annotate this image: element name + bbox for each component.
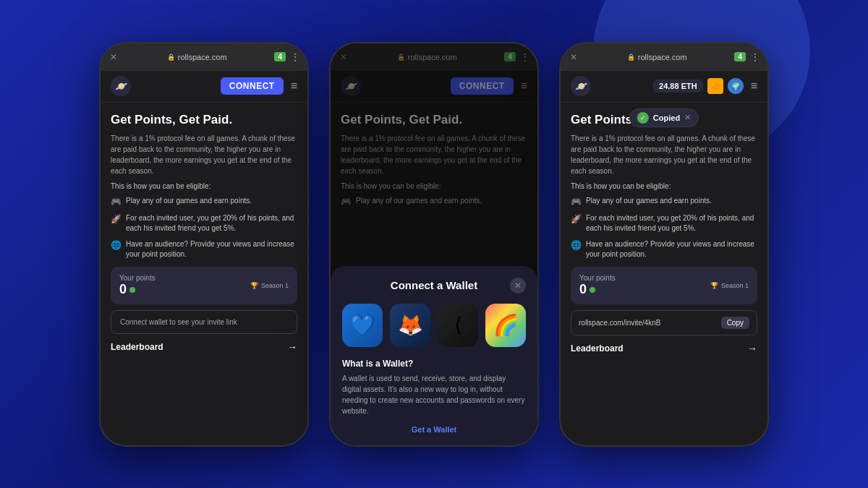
points-label-1: Your points — [119, 274, 156, 282]
season-label-3: Season 1 — [721, 282, 749, 289]
feature-text-3-1: Play any of our games and earn points. — [586, 196, 712, 206]
points-card-1: Your points 0 🏆 Season 1 — [111, 267, 297, 304]
browser-bar-1: ✕ 🔒 rollspace.com 4 ⋮ — [101, 43, 307, 71]
modal-close-button[interactable]: ✕ — [510, 278, 526, 294]
phones-scene: ✕ 🔒 rollspace.com 4 ⋮ 🪐 CONNECT ≡ Get Po… — [0, 0, 868, 488]
phone-disconnected: ✕ 🔒 rollspace.com 4 ⋮ 🪐 CONNECT ≡ Get Po… — [99, 42, 309, 447]
feature-text-3-2: For each invited user, you get 20% of hi… — [586, 213, 757, 234]
wallet-metamask[interactable]: 🦊 — [390, 304, 430, 347]
leaderboard-label-1: Leaderboard — [111, 342, 163, 352]
feature-text-1-1: Play any of our games and earn points. — [126, 196, 252, 206]
logo-1: 🪐 — [111, 76, 131, 96]
leaderboard-row-1: Leaderboard → — [111, 341, 297, 353]
invite-url: rollspace.com/invite/4knB — [579, 319, 660, 327]
season-badge-1: 🏆 Season 1 — [250, 282, 289, 289]
leaderboard-label-3: Leaderboard — [571, 343, 624, 354]
copied-toast: ✓ Copied ✕ — [629, 108, 699, 127]
feature-3-2: 🚀 For each invited user, you get 20% of … — [571, 213, 757, 234]
points-value-3: 0 — [579, 282, 616, 297]
coinbase-icon: 💙 — [350, 313, 375, 337]
what-is-wallet-title: What is a Wallet? — [342, 359, 526, 369]
green-dot-1 — [129, 287, 135, 293]
copied-label: Copied — [653, 114, 680, 122]
wallet-info-3: 24.88 ETH 🔶 🌍 — [653, 78, 744, 94]
modal-header: Connect a Wallet ✕ — [342, 278, 526, 294]
browser-menu-1[interactable]: ⋮ — [290, 51, 300, 63]
metamask-icon: 🦊 — [398, 313, 423, 337]
get-wallet-button[interactable]: Get a Wallet — [342, 425, 526, 434]
green-dot-3 — [590, 287, 595, 293]
modal-title: Connect a Wallet — [358, 279, 510, 291]
leaderboard-arrow-1[interactable]: → — [287, 341, 297, 353]
tab-count-1[interactable]: 4 — [274, 52, 286, 61]
season-label-1: Season 1 — [261, 282, 289, 289]
hero-desc-1: There is a 1% protocol fee on all games.… — [111, 133, 297, 176]
tab-count-3[interactable]: 4 — [734, 52, 746, 61]
points-card-3: Your points 0 🏆 Season 1 — [571, 267, 757, 304]
rocket-icon-3: 🚀 — [571, 213, 582, 226]
season-icon-3: 🏆 — [710, 282, 718, 289]
points-label-3: Your points — [579, 274, 616, 282]
rainbow-icon: 🌈 — [493, 313, 519, 337]
exodus-icon: ⟨ — [454, 313, 462, 337]
app-content-3: ✓ Copied ✕ Get Points, There is a 1% pro… — [561, 103, 767, 445]
browser-close-1[interactable]: ✕ — [108, 52, 119, 62]
copied-close[interactable]: ✕ — [684, 113, 691, 122]
hamburger-menu-3[interactable]: ≡ — [751, 80, 757, 93]
feature-text-1-3: Have an audience? Provide your views and… — [126, 239, 297, 260]
rocket-icon-1: 🚀 — [111, 213, 122, 226]
phone-connected: ✕ 🔒 rollspace.com 4 ⋮ 🪐 24.88 ETH 🔶 🌍 ≡ … — [559, 42, 769, 447]
browser-close-3[interactable]: ✕ — [568, 52, 579, 62]
eligibility-1: This is how you can be eligible: — [111, 182, 297, 190]
hero-title-1: Get Points, Get Paid. — [111, 113, 297, 127]
connect-wallet-link-1[interactable]: Connect wallet to see your invite link — [111, 310, 297, 334]
wallet-token-icon-3: 🔶 — [707, 78, 723, 94]
app-content-1: Get Points, Get Paid. There is a 1% prot… — [101, 103, 307, 445]
url-text-1: rollspace.com — [178, 53, 227, 61]
season-icon-1: 🏆 — [250, 282, 258, 289]
wallet-options-list: 💙 🦊 ⟨ 🌈 — [342, 304, 526, 347]
lock-icon-3: 🔒 — [627, 53, 635, 61]
wallet-amount-3: 24.88 ETH — [653, 80, 703, 93]
lock-icon-1: 🔒 — [167, 53, 175, 61]
what-is-wallet-desc: A wallet is used to send, receive, store… — [342, 373, 526, 416]
feature-text-3-3: Have an audience? Provide your views and… — [586, 239, 757, 260]
wallet-modal: Connect a Wallet ✕ 💙 🦊 ⟨ 🌈 — [331, 266, 537, 445]
game-icon-1: 🎮 — [111, 196, 122, 208]
globe-icon-3: 🌐 — [571, 239, 582, 252]
wallet-exodus[interactable]: ⟨ — [438, 304, 478, 347]
eligibility-3: This is how you can be eligible: — [571, 182, 757, 190]
season-badge-3: 🏆 Season 1 — [710, 282, 749, 289]
hamburger-menu-1[interactable]: ≡ — [291, 80, 297, 93]
invite-link-row: rollspace.com/invite/4knB Copy — [571, 310, 757, 335]
avatar-3[interactable]: 🌍 — [728, 78, 744, 94]
feature-3-1: 🎮 Play any of our games and earn points. — [571, 196, 757, 208]
feature-text-1-2: For each invited user, you get 20% of hi… — [126, 213, 297, 234]
feature-1-1: 🎮 Play any of our games and earn points. — [111, 196, 297, 208]
copy-button[interactable]: Copy — [721, 317, 749, 329]
connect-button-1[interactable]: CONNECT — [221, 77, 284, 95]
logo-3: 🪐 — [571, 76, 591, 96]
hero-desc-3: There is a 1% protocol fee on all games.… — [571, 133, 757, 176]
points-value-1: 0 — [119, 282, 156, 297]
app-nav-3: 🪐 24.88 ETH 🔶 🌍 ≡ — [561, 71, 767, 103]
wallet-coinbase[interactable]: 💙 — [342, 304, 383, 347]
feature-3-3: 🌐 Have an audience? Provide your views a… — [571, 239, 757, 260]
copied-check-icon: ✓ — [637, 112, 649, 124]
modal-overlay: Connect a Wallet ✕ 💙 🦊 ⟨ 🌈 — [331, 43, 537, 445]
browser-url-1: 🔒 rollspace.com — [124, 53, 270, 61]
browser-menu-3[interactable]: ⋮ — [750, 51, 760, 63]
browser-bar-3: ✕ 🔒 rollspace.com 4 ⋮ — [561, 43, 767, 71]
game-icon-3: 🎮 — [571, 196, 582, 208]
wallet-rainbow[interactable]: 🌈 — [485, 304, 526, 347]
globe-icon-1: 🌐 — [111, 239, 122, 252]
phone-modal: ✕ 🔒 rollspace.com 4 ⋮ 🪐 CONNECT ≡ Get Po… — [329, 42, 539, 447]
browser-url-3: 🔒 rollspace.com — [584, 53, 730, 61]
leaderboard-arrow-3[interactable]: → — [747, 343, 757, 354]
app-nav-1: 🪐 CONNECT ≡ — [101, 71, 307, 103]
url-text-3: rollspace.com — [638, 53, 687, 61]
leaderboard-row-3: Leaderboard → — [571, 343, 757, 354]
feature-1-2: 🚀 For each invited user, you get 20% of … — [111, 213, 297, 234]
feature-1-3: 🌐 Have an audience? Provide your views a… — [111, 239, 297, 260]
